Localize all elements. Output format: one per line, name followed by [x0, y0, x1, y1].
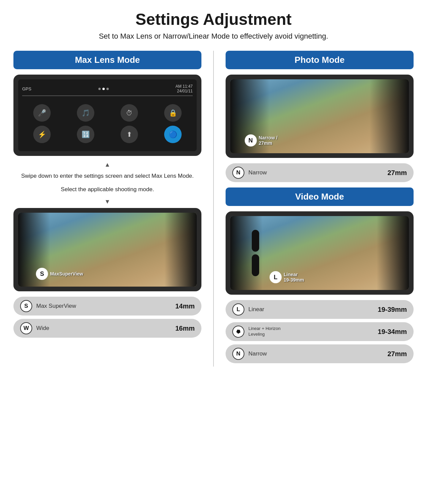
mode-pill-narrow-video: N Narrow 27mm: [226, 344, 414, 363]
dot-2: [102, 88, 105, 90]
settings-screen: GPS AM 11:47 24/01/11 🎤: [18, 79, 197, 151]
display-btn[interactable]: 🔢: [77, 126, 94, 143]
pill-value-narrow-photo: 27mm: [387, 169, 407, 177]
mode-badge-s: S MaxSuperView: [36, 268, 83, 280]
mode-pill-wide: W Wide 16mm: [13, 319, 201, 338]
right-col: Photo Mode N Narrow /27mm N Narrow 27mm: [226, 51, 414, 367]
flash-btn[interactable]: ⚡: [33, 126, 51, 143]
max-lens-header: Max Lens Mode: [13, 51, 201, 69]
pill-icon-s: S: [20, 300, 32, 312]
settings-icon-grid: 🎤 🎵 ⏱ 🔒 ⚡ 🔢 ⬆ 🔵: [22, 101, 193, 146]
mute-btn[interactable]: 🎤: [33, 104, 51, 122]
photo-options: N Narrow 27mm: [226, 163, 414, 182]
pill-value-linear-horizon: 19-34mm: [378, 328, 407, 336]
pill-name-wide: Wide: [36, 325, 171, 332]
lens-bar-1: [252, 230, 259, 252]
video-device: L Linear19-39mm: [226, 211, 414, 295]
arrow-down: ▼: [13, 198, 201, 205]
mode-badge-n-photo: N Narrow /27mm: [245, 134, 278, 146]
pill-name-narrow-video: Narrow: [248, 350, 383, 357]
pill-icon-n-video: N: [232, 348, 244, 360]
pill-value-narrow-video: 27mm: [387, 350, 407, 358]
music-btn[interactable]: 🎵: [77, 104, 94, 122]
page-title: Settings Adjustment: [13, 10, 414, 29]
pill-icon-w: W: [20, 322, 32, 334]
mode-pill-maxsuperview: S Max SuperView 14mm: [13, 297, 201, 316]
video-screen: L Linear19-39mm: [230, 216, 409, 290]
left-options: S Max SuperView 14mm W Wide 16mm: [13, 297, 201, 338]
mode-pill-narrow-photo: N Narrow 27mm: [226, 163, 414, 182]
arrow-up: ▲: [13, 161, 201, 168]
screen-dots: [98, 88, 109, 90]
photo-screen: N Narrow /27mm: [230, 79, 409, 153]
pill-value-linear: 19-39mm: [378, 306, 407, 313]
timer-btn[interactable]: ⏱: [121, 104, 138, 122]
gps-label: GPS: [22, 86, 31, 91]
page-subtitle: Set to Max Lens or Narrow/Linear Mode to…: [13, 32, 414, 41]
dot-1: [98, 88, 101, 90]
instruction-text-1: Swipe down to enter the settings screen …: [13, 172, 201, 180]
pill-name-linear-horizon: Linear + HorizonLeveling: [248, 326, 374, 337]
bike-image-left: S MaxSuperView: [18, 213, 197, 287]
photo-mode-header: Photo Mode: [226, 51, 414, 69]
mode-badge-l-video: L Linear19-39mm: [270, 271, 304, 283]
pill-name-linear: Linear: [248, 306, 374, 313]
pill-icon-n-photo: N: [232, 167, 244, 179]
pill-icon-l: L: [232, 303, 244, 316]
pill-name-narrow-photo: Narrow: [248, 169, 383, 176]
bike-device-left: S MaxSuperView: [13, 208, 201, 291]
badge-n-photo-label: Narrow /27mm: [259, 135, 278, 146]
instruction-text-2: Select the applicable shooting mode.: [13, 185, 201, 194]
photo-bike-image: N Narrow /27mm: [230, 79, 409, 153]
badge-l-video-label: Linear19-39mm: [284, 272, 304, 283]
max-lens-col: Max Lens Mode GPS AM 11:47 24/01/11: [13, 51, 201, 341]
settings-device: GPS AM 11:47 24/01/11 🎤: [13, 75, 201, 156]
lens-btn[interactable]: 🔵: [164, 126, 182, 143]
pill-value-wide: 16mm: [175, 325, 195, 332]
video-bike-image: L Linear19-39mm: [230, 216, 409, 290]
video-options: L Linear 19-39mm ⬟ Linear + HorizonLevel…: [226, 300, 414, 363]
pill-icon-horizon: ⬟: [230, 323, 246, 340]
lens-bar-2: [252, 254, 259, 276]
dot-3: [106, 88, 109, 90]
pill-value-maxsuperview: 14mm: [175, 302, 195, 310]
badge-n-photo-icon: N: [245, 134, 257, 146]
pill-name-maxsuperview: Max SuperView: [36, 303, 171, 309]
mode-pill-linear-horizon: ⬟ Linear + HorizonLeveling 19-34mm: [226, 322, 414, 341]
lock-btn[interactable]: 🔒: [164, 104, 182, 122]
video-mode-header: Video Mode: [226, 187, 414, 206]
settings-time: AM 11:47 24/01/11: [176, 84, 193, 93]
badge-s-label: MaxSuperView: [50, 271, 83, 277]
mode-pill-linear: L Linear 19-39mm: [226, 300, 414, 319]
badge-s-icon: S: [36, 268, 48, 280]
bike-screen-left: S MaxSuperView: [18, 213, 197, 287]
rotate-btn[interactable]: ⬆: [121, 126, 138, 143]
column-divider: [213, 51, 214, 367]
lens-bars: [252, 230, 259, 276]
badge-l-video-icon: L: [270, 271, 282, 283]
photo-device: N Narrow /27mm: [226, 75, 414, 158]
